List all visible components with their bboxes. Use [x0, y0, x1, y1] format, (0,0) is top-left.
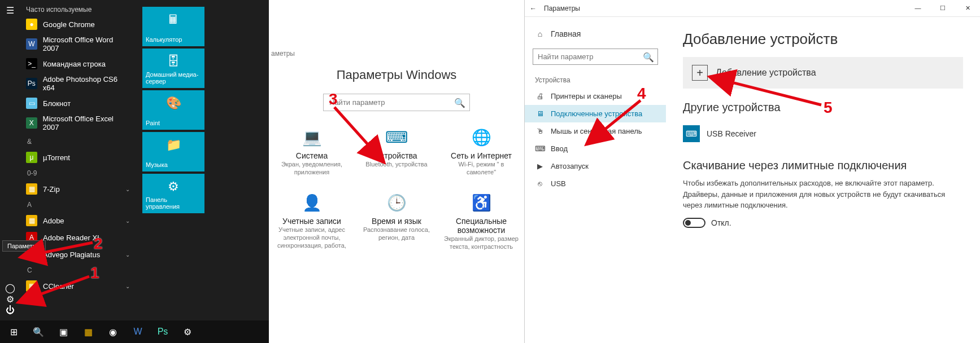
app-label: Командная строка: [43, 60, 106, 68]
taskview-button[interactable]: ▣: [52, 320, 75, 343]
back-button[interactable]: ←: [525, 5, 542, 12]
category-title: Система: [275, 151, 349, 160]
sidebar-item-label: Ввод: [551, 144, 568, 153]
heading-metered: Скачивание через лимитные подключения: [683, 159, 963, 172]
settings-category[interactable]: 🕒Время и языкРаспознавание голоса, регио…: [357, 188, 436, 257]
settings-search[interactable]: 🔍: [323, 94, 470, 111]
settings-title: Параметры Windows: [269, 68, 524, 82]
sidebar-item[interactable]: ⌨Ввод: [525, 140, 666, 157]
tile-label: Музыка: [146, 161, 201, 168]
letter-header[interactable]: 0-9: [20, 166, 136, 181]
power-icon[interactable]: ⏻: [5, 305, 16, 316]
app-item[interactable]: XMicrosoft Office Excel 2007: [20, 112, 136, 134]
sidebar-item[interactable]: ▶Автозапуск: [525, 157, 666, 175]
taskbar: ⊞ 🔍 ▣ ▦ ◉ W Ps ⚙: [0, 320, 269, 343]
chrome-taskbar-icon[interactable]: ◉: [102, 320, 124, 343]
sidebar-search-input[interactable]: [533, 49, 658, 65]
toggle-label: Откл.: [711, 218, 731, 227]
category-subtitle: Экран, уведомления, приложения: [275, 160, 349, 177]
app-item[interactable]: ▦CCleaner⌄: [20, 278, 136, 294]
metered-note: Чтобы избежать дополнительных расходов, …: [683, 178, 963, 211]
minimize-button[interactable]: —: [905, 5, 930, 12]
settings-category[interactable]: ⌨УстройстваBluetooth, устройства: [357, 122, 436, 182]
sidebar-search[interactable]: 🔍: [533, 49, 658, 65]
add-device-button[interactable]: + Добавление устройства: [683, 57, 963, 89]
category-title: Сеть и Интернет: [444, 151, 519, 160]
start-tiles: 🖩Калькулятор🗄Домашний медиа-сервер🎨Paint…: [136, 0, 269, 320]
device-name: USB Receiver: [707, 129, 756, 138]
app-item[interactable]: PsAdobe Photoshop CS6 x64: [20, 72, 136, 95]
window-title: Параметры: [542, 5, 905, 12]
start-button[interactable]: ⊞: [2, 320, 25, 343]
app-item[interactable]: >_Командная строка: [20, 55, 136, 72]
add-device-label: Добавление устройства: [716, 68, 816, 78]
category-subtitle: Wi-Fi, режим " в самолете": [444, 160, 519, 177]
category-title: Устройства: [359, 151, 434, 160]
settings-category[interactable]: ♿Специальные возможностиЭкранный диктор,…: [442, 188, 521, 257]
word-taskbar-icon[interactable]: W: [127, 320, 149, 343]
app-item[interactable]: WMicrosoft Office Word 2007: [20, 33, 136, 55]
tile-label: Калькулятор: [146, 36, 201, 43]
settings-category[interactable]: 💻СистемаЭкран, уведомления, приложения: [272, 122, 351, 182]
sidebar-item[interactable]: ⎋USB: [525, 175, 666, 192]
sidebar-item-icon: 🖨: [535, 92, 545, 100]
app-item[interactable]: ▦7-Zip⌄: [20, 181, 136, 197]
start-app-list: Часто используемые ●Google ChromeWMicros…: [20, 0, 136, 320]
settings-sidebar: ⌂ Главная 🔍 Устройства 🖨Принтеры и скане…: [525, 17, 666, 343]
tile-label: Домашний медиа-сервер: [146, 71, 201, 85]
callout-number-4: 4: [637, 85, 646, 103]
start-tile[interactable]: ⚙Панель управления: [142, 174, 204, 213]
app-icon: μ: [26, 152, 37, 163]
maximize-button[interactable]: ☐: [930, 5, 955, 12]
category-icon: 💻: [275, 128, 349, 147]
app-icon: ▭: [26, 98, 37, 109]
toggle-switch[interactable]: [683, 218, 705, 228]
settings-category[interactable]: 👤Учетные записиУчетные записи, адрес эле…: [272, 188, 351, 257]
sidebar-item[interactable]: 🖱Мышь и сенсорная панель: [525, 122, 666, 140]
category-subtitle: Распознавание голоса, регион, дата: [359, 226, 434, 242]
sidebar-item-icon: ▶: [535, 162, 545, 170]
sidebar-home[interactable]: ⌂ Главная: [525, 25, 666, 43]
category-icon: 🕒: [359, 194, 434, 212]
app-item[interactable]: ●Google Chrome: [20, 16, 136, 33]
settings-category[interactable]: 🌐Сеть и ИнтернетWi-Fi, режим " в самолет…: [442, 122, 521, 182]
app-item[interactable]: ▭Блокнот: [20, 95, 136, 112]
close-button[interactable]: ✕: [955, 5, 980, 12]
explorer-taskbar-icon[interactable]: ▦: [77, 320, 99, 343]
callout-number-1: 1: [90, 264, 99, 282]
photoshop-taskbar-icon[interactable]: Ps: [151, 320, 174, 343]
user-icon[interactable]: ◯: [5, 282, 16, 293]
app-item[interactable]: ▦Adobe⌄: [20, 212, 136, 229]
app-label: Microsoft Office Word 2007: [43, 36, 130, 52]
letter-header[interactable]: C: [20, 263, 136, 278]
app-icon: Ps: [26, 78, 37, 89]
settings-icon[interactable]: ⚙: [5, 293, 16, 305]
app-item[interactable]: μµTorrent: [20, 149, 136, 166]
app-label: Adobe Reader XI: [43, 234, 99, 242]
chevron-down-icon: ⌄: [125, 252, 130, 258]
start-tile[interactable]: 🗄Домашний медиа-сервер: [142, 49, 204, 88]
start-tile[interactable]: 🎨Paint: [142, 90, 204, 130]
category-title: Учетные записи: [275, 217, 349, 226]
app-label: Microsoft Office Excel 2007: [43, 115, 130, 131]
hamburger-icon[interactable]: ☰: [5, 5, 16, 16]
settings-search-input[interactable]: [323, 94, 470, 111]
app-icon: ▦: [26, 215, 37, 226]
letter-header[interactable]: &: [20, 134, 136, 149]
sidebar-item[interactable]: 🖥Подключенные устройства: [525, 105, 666, 122]
search-button[interactable]: 🔍: [27, 320, 50, 343]
start-tile[interactable]: 🖩Калькулятор: [142, 7, 204, 46]
device-row[interactable]: ⌨ USB Receiver: [683, 120, 963, 148]
category-icon: 👤: [275, 194, 349, 212]
app-label: Блокнот: [43, 99, 71, 108]
app-icon: W: [26, 38, 37, 50]
home-icon: ⌂: [535, 29, 545, 38]
metered-toggle[interactable]: Откл.: [683, 218, 963, 228]
category-subtitle: Bluetooth, устройства: [359, 160, 434, 168]
letter-header[interactable]: A: [20, 197, 136, 212]
sidebar-item-label: Подключенные устройства: [551, 109, 642, 118]
settings-taskbar-icon[interactable]: ⚙: [176, 320, 199, 343]
tile-icon: ⚙: [168, 179, 179, 194]
start-tile[interactable]: 📁Музыка: [142, 132, 204, 172]
app-label: 7-Zip: [43, 185, 60, 194]
